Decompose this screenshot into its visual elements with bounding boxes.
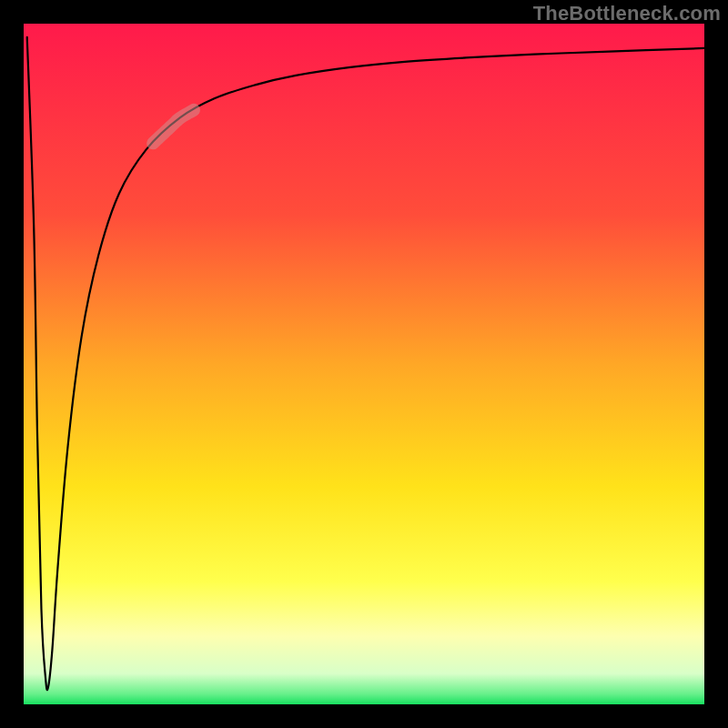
watermark-text: TheBottleneck.com [533, 2, 721, 25]
plot-area [24, 24, 704, 704]
bottleneck-chart [0, 0, 728, 728]
